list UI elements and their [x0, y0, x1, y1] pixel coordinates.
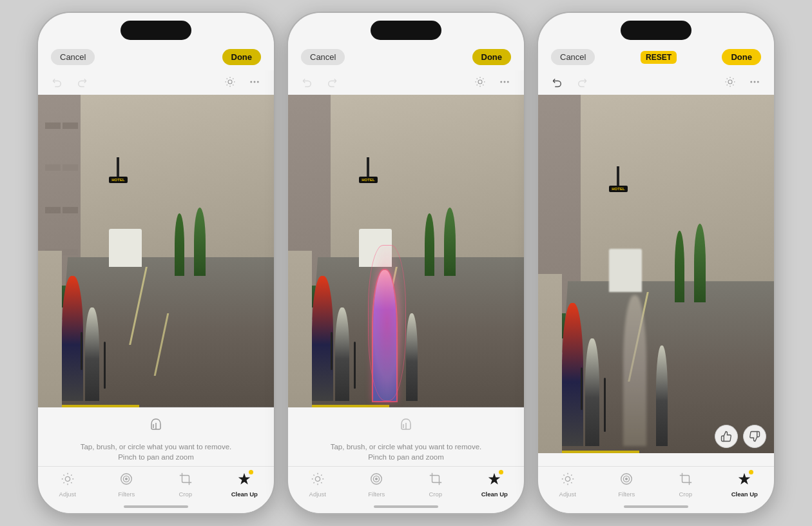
rating-container: [715, 425, 766, 448]
person-2: [85, 307, 99, 401]
redo-icon-3[interactable]: [573, 73, 591, 91]
bollard-2-1: [331, 332, 333, 369]
toolbar-right-1: [221, 73, 264, 91]
dynamic-island-1: [121, 21, 191, 40]
tree-2-1: [425, 213, 434, 276]
sidewalk: [38, 251, 62, 407]
van: [109, 229, 142, 266]
yellow-line-3: [557, 451, 639, 453]
home-bar-2: [374, 505, 438, 508]
svg-point-16: [315, 476, 320, 481]
person-1: [62, 276, 83, 401]
svg-point-22: [754, 81, 756, 83]
tab-filters-2[interactable]: Filters: [359, 472, 394, 498]
thumb-up-button[interactable]: [715, 425, 738, 448]
tab-bar-2: Adjust Filters Crop: [288, 466, 524, 500]
toolbar-right-2: [471, 73, 514, 91]
person-3-1: [562, 303, 583, 446]
selection-glow: [368, 245, 406, 401]
yellow-line-2: [307, 405, 389, 407]
cleanup-icon-3: [737, 472, 751, 489]
redo-icon-2[interactable]: [323, 73, 341, 91]
cancel-button-3[interactable]: Cancel: [551, 49, 595, 65]
toolbar-left-1: [48, 73, 91, 91]
reset-label-3[interactable]: RESET: [641, 51, 677, 64]
auto-enhance-icon-3[interactable]: [721, 73, 739, 91]
filters-icon-3: [619, 472, 633, 489]
crop-icon-2: [429, 472, 443, 489]
tab-bar-3: Adjust Filters Crop: [538, 466, 774, 500]
svg-point-9: [126, 478, 128, 480]
tree-2: [194, 208, 206, 277]
svg-point-0: [228, 80, 232, 84]
photo-area-2[interactable]: HOTEL: [288, 95, 524, 407]
cleanup-label-3: Clean Up: [731, 491, 758, 498]
filters-icon-2: [369, 472, 383, 489]
cancel-button-2[interactable]: Cancel: [301, 49, 345, 65]
cleanup-icon-2: [487, 472, 501, 489]
tab-crop-3[interactable]: Crop: [668, 472, 703, 498]
done-button-3[interactable]: Done: [722, 49, 761, 65]
bottom-info-1: Tap, brush, or circle what you want to r…: [38, 407, 274, 466]
svg-point-6: [65, 476, 70, 481]
undo-icon-3[interactable]: [548, 73, 566, 91]
tab-adjust-3[interactable]: Adjust: [550, 472, 585, 498]
dynamic-island-2: [371, 21, 441, 40]
tab-cleanup-2[interactable]: Clean Up: [477, 472, 512, 498]
undo-icon-2[interactable]: [298, 73, 316, 91]
hotel-sign: HOTEL: [109, 157, 128, 183]
more-icon-2[interactable]: [496, 73, 514, 91]
filters-label-1: Filters: [118, 491, 135, 498]
yellow-line: [57, 405, 139, 407]
crop-label-2: Crop: [429, 491, 442, 498]
svg-point-27: [626, 478, 628, 480]
tab-filters-1[interactable]: Filters: [109, 472, 144, 498]
cancel-button-1[interactable]: Cancel: [51, 49, 95, 65]
tab-filters-3[interactable]: Filters: [609, 472, 644, 498]
phone-2-screen: Cancel Done: [288, 13, 524, 513]
auto-enhance-icon-2[interactable]: [471, 73, 489, 91]
redo-icon-1[interactable]: [73, 73, 91, 91]
photo-area-3[interactable]: HOTEL: [538, 95, 774, 453]
toolbar-row-1: [38, 70, 274, 95]
svg-point-3: [257, 81, 259, 83]
undo-icon-1[interactable]: [48, 73, 66, 91]
svg-point-13: [507, 81, 509, 83]
crop-icon-1: [179, 472, 193, 489]
cleanup-gold-dot-1: [249, 470, 253, 474]
more-icon-3[interactable]: [746, 73, 764, 91]
svg-point-12: [504, 81, 506, 83]
bollard-3-1: [581, 367, 583, 411]
person-2-4: [406, 313, 418, 401]
svg-point-11: [500, 81, 502, 83]
instruction-text-1: Tap, brush, or circle what you want to r…: [81, 442, 232, 462]
tab-crop-2[interactable]: Crop: [418, 472, 453, 498]
tab-adjust-2[interactable]: Adjust: [300, 472, 335, 498]
instruction-text-2: Tap, brush, or circle what you want to r…: [331, 442, 482, 462]
toolbar-row-2: [288, 70, 524, 95]
more-icon-1[interactable]: [246, 73, 264, 91]
adjust-icon-1: [61, 472, 75, 489]
tab-cleanup-3[interactable]: Clean Up: [727, 472, 762, 498]
crop-label-3: Crop: [679, 491, 692, 498]
home-bar-1: [124, 505, 188, 508]
filters-label-3: Filters: [618, 491, 635, 498]
tree-3-2: [694, 224, 706, 302]
tab-bar-1: Adjust Filters Crop: [38, 466, 274, 500]
crop-icon-3: [679, 472, 693, 489]
thumb-down-button[interactable]: [743, 425, 766, 448]
svg-point-10: [478, 80, 482, 84]
adjust-label-3: Adjust: [559, 491, 576, 498]
svg-point-20: [728, 80, 732, 84]
tab-adjust-1[interactable]: Adjust: [50, 472, 85, 498]
tab-cleanup-1[interactable]: Clean Up: [227, 472, 262, 498]
sidewalk-3: [538, 274, 562, 453]
phone-1-wrapper: Cancel Done: [37, 12, 275, 514]
done-button-2[interactable]: Done: [472, 49, 512, 65]
photo-area-1[interactable]: HOTEL: [38, 95, 274, 407]
auto-enhance-icon-1[interactable]: [221, 73, 239, 91]
tab-crop-1[interactable]: Crop: [168, 472, 203, 498]
done-button-1[interactable]: Done: [222, 49, 262, 65]
svg-point-23: [757, 81, 759, 83]
phone-3-screen: Cancel RESET Done: [538, 13, 774, 513]
